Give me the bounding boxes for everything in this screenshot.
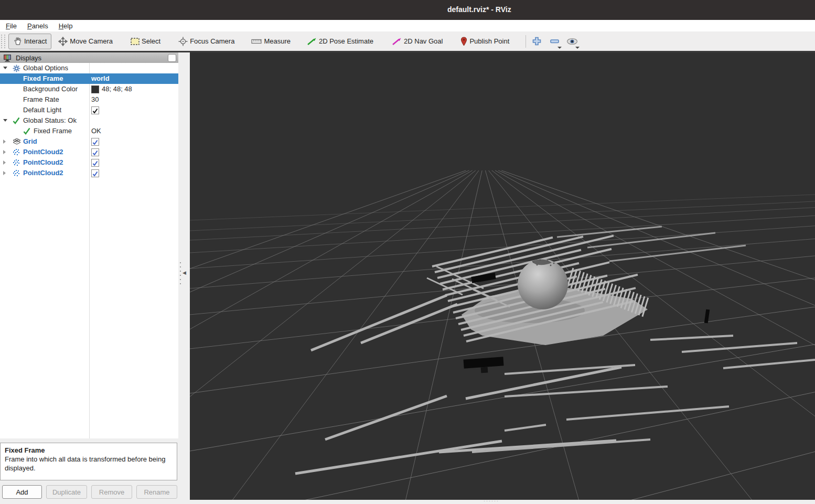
- toolbar-separator: [526, 35, 526, 48]
- row-label: PointCloud2: [23, 168, 63, 178]
- duplicate-button[interactable]: Duplicate: [46, 485, 87, 499]
- expander-down-icon[interactable]: [3, 67, 7, 69]
- menu-help[interactable]: Help: [57, 22, 74, 30]
- zoom-in-button[interactable]: [529, 34, 544, 49]
- tool-move-camera[interactable]: Move Camera: [53, 34, 117, 49]
- checkbox-checked[interactable]: [91, 159, 99, 167]
- tool-label: 2D Pose Estimate: [319, 37, 373, 45]
- row-label: PointCloud2: [23, 147, 63, 157]
- tool-2d-nav-goal[interactable]: 2D Nav Goal: [388, 34, 447, 49]
- chevron-down-icon[interactable]: [575, 47, 580, 49]
- ruler-icon: [251, 39, 262, 44]
- green-check-icon: [13, 117, 20, 124]
- tool-label: Move Camera: [70, 37, 113, 45]
- bottom-strip: ······: [190, 500, 815, 504]
- tool-label: Measure: [264, 37, 291, 45]
- nav-goal-arrow-icon: [392, 38, 402, 45]
- checkbox-checked[interactable]: [91, 138, 99, 146]
- add-button[interactable]: Add: [2, 485, 42, 499]
- tree-row-fixed-frame-status[interactable]: Fixed Frame OK: [0, 126, 178, 136]
- tool-measure[interactable]: Measure: [246, 34, 295, 49]
- row-label: Background Color: [23, 84, 78, 94]
- tool-select[interactable]: Select: [126, 34, 165, 49]
- row-label: Frame Rate: [23, 94, 59, 105]
- tool-focus-camera[interactable]: Focus Camera: [174, 34, 239, 49]
- grid-icon: [13, 138, 21, 145]
- description-body: Frame into which all data is transformed…: [5, 455, 165, 472]
- row-value[interactable]: 48; 48; 48: [102, 84, 132, 94]
- grey-sphere: [518, 259, 568, 309]
- remove-button[interactable]: Remove: [91, 485, 132, 499]
- titlebar[interactable]: default.rviz* - RViz: [0, 0, 815, 20]
- pointcloud-icon: [13, 169, 20, 177]
- row-label: Global Status: Ok: [23, 115, 77, 126]
- minus-icon: [550, 39, 559, 44]
- tree-row-grid[interactable]: Grid: [0, 136, 178, 147]
- tool-label: Select: [142, 37, 160, 45]
- tool-interact[interactable]: Interact: [8, 34, 51, 49]
- row-label: Default Light: [23, 105, 61, 115]
- tree-row-pointcloud2-1[interactable]: PointCloud2: [0, 147, 178, 157]
- bottom-splitter-dots[interactable]: ······: [484, 498, 499, 503]
- row-value[interactable]: world: [91, 73, 110, 84]
- panel-float-button[interactable]: [168, 54, 176, 62]
- tool-2d-pose-estimate[interactable]: 2D Pose Estimate: [303, 34, 378, 49]
- move-arrows-icon: [58, 37, 68, 46]
- tree-row-global-options[interactable]: Global Options: [0, 63, 178, 73]
- tree-row-pointcloud2-3[interactable]: PointCloud2: [0, 168, 178, 178]
- row-label: Grid: [23, 136, 37, 147]
- toolbar: Interact Move Camera Select Focus Camera: [0, 31, 815, 52]
- tree-row-pointcloud2-2[interactable]: PointCloud2: [0, 157, 178, 168]
- expander-right-icon[interactable]: [3, 150, 6, 154]
- select-box-icon: [131, 38, 140, 45]
- black-rod: [704, 309, 710, 324]
- expander-right-icon[interactable]: [3, 160, 6, 165]
- color-swatch[interactable]: [91, 85, 99, 93]
- tool-label: Focus Camera: [190, 37, 234, 45]
- checkbox-checked[interactable]: [91, 106, 99, 114]
- tool-label: 2D Nav Goal: [404, 37, 443, 45]
- panel-splitter[interactable]: ◀: [178, 52, 190, 504]
- pointcloud-icon: [13, 159, 20, 166]
- row-value[interactable]: 30: [91, 94, 99, 105]
- row-label: Global Options: [23, 63, 68, 73]
- tree-row-frame-rate[interactable]: Frame Rate 30: [0, 94, 178, 105]
- gear-icon: [13, 65, 20, 72]
- tree-row-background-color[interactable]: Background Color 48; 48; 48: [0, 84, 178, 94]
- plus-icon: [532, 37, 541, 46]
- tree-row-fixed-frame[interactable]: Fixed Frame world: [0, 73, 178, 84]
- row-label: Fixed Frame: [34, 126, 72, 136]
- tree-row-default-light[interactable]: Default Light: [0, 105, 178, 115]
- menu-panels[interactable]: Panels: [26, 22, 50, 30]
- expander-right-icon[interactable]: [3, 171, 6, 175]
- displays-panel: Displays Global Options Fixed Frame: [0, 52, 178, 504]
- hand-icon: [13, 37, 22, 46]
- monitor-icon: [3, 54, 12, 62]
- expander-down-icon[interactable]: [3, 119, 7, 122]
- row-label: Fixed Frame: [23, 73, 63, 84]
- black-box-2: [464, 357, 505, 374]
- toolbar-drag-handle[interactable]: [1, 35, 5, 48]
- displays-panel-header[interactable]: Displays: [0, 52, 178, 63]
- collapse-arrow-icon[interactable]: ◀: [183, 270, 186, 275]
- rename-button[interactable]: Rename: [136, 485, 177, 499]
- render-options-button[interactable]: [565, 34, 580, 49]
- zoom-out-button[interactable]: [547, 34, 562, 49]
- checkbox-checked[interactable]: [91, 148, 99, 156]
- row-label: PointCloud2: [23, 157, 63, 168]
- map-pin-icon: [460, 37, 467, 46]
- eye-icon: [566, 38, 578, 45]
- expander-right-icon[interactable]: [3, 140, 6, 144]
- checkbox-checked[interactable]: [91, 169, 99, 177]
- chevron-down-icon[interactable]: [557, 47, 562, 49]
- tree-row-global-status[interactable]: Global Status: Ok: [0, 115, 178, 126]
- viewport-3d[interactable]: [190, 52, 815, 500]
- menu-file[interactable]: File: [4, 22, 18, 30]
- tool-publish-point[interactable]: Publish Point: [456, 34, 514, 49]
- green-check-icon: [23, 127, 30, 135]
- focus-crosshair-icon: [178, 37, 188, 46]
- tool-label: Publish Point: [469, 37, 509, 45]
- pointcloud-icon: [13, 148, 20, 156]
- splitter-dots: [180, 262, 181, 287]
- property-description: Fixed Frame Frame into which all data is…: [0, 443, 177, 480]
